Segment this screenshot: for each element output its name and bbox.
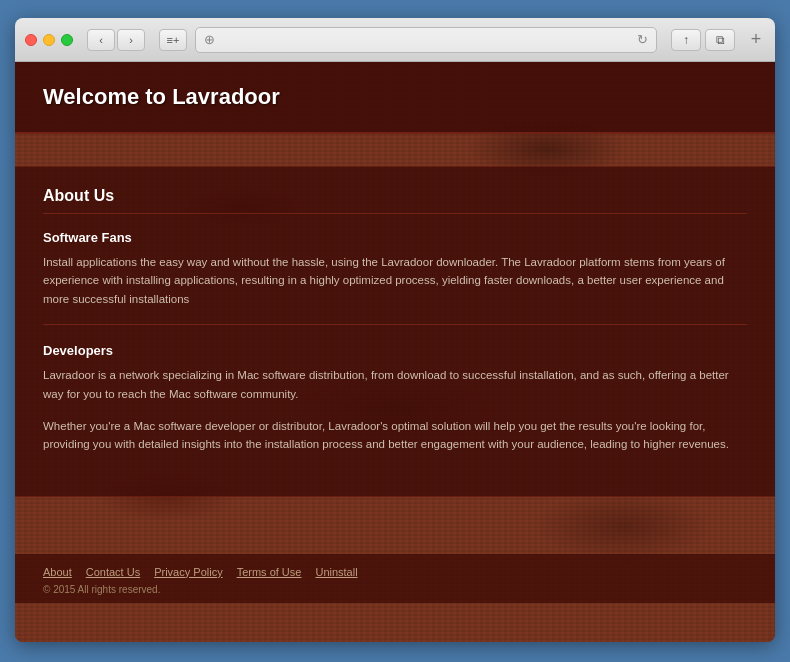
about-us-title: About Us (43, 187, 747, 214)
add-tab-button[interactable]: + (747, 31, 765, 49)
close-button[interactable] (25, 34, 37, 46)
site-footer: About Contact Us Privacy Policy Terms of… (15, 554, 775, 603)
reload-button[interactable]: ↻ (637, 32, 648, 47)
main-content: About Us Software Fans Install applicati… (15, 166, 775, 497)
forward-button[interactable]: › (117, 29, 145, 51)
footer-link-terms[interactable]: Terms of Use (237, 566, 302, 578)
traffic-lights (25, 34, 73, 46)
minimize-button[interactable] (43, 34, 55, 46)
developers-title: Developers (43, 343, 747, 358)
site-title: Welcome to Lavradoor (43, 84, 747, 110)
fabric-spacer-bottom (15, 499, 775, 554)
url-icon: ⊕ (204, 32, 215, 47)
maximize-button[interactable] (61, 34, 73, 46)
url-bar[interactable]: ⊕ ↻ (195, 27, 657, 53)
website-content: Welcome to Lavradoor About Us Software F… (15, 62, 775, 642)
software-fans-title: Software Fans (43, 230, 747, 245)
browser-window: ‹ › ≡+ ⊕ ↻ ↑ ⧉ + Welcome to Lavradoor (15, 18, 775, 642)
footer-link-uninstall[interactable]: Uninstall (315, 566, 357, 578)
developers-text2: Whether you're a Mac software developer … (43, 417, 747, 454)
back-button[interactable]: ‹ (87, 29, 115, 51)
software-fans-text: Install applications the easy way and wi… (43, 253, 747, 308)
browser-titlebar: ‹ › ≡+ ⊕ ↻ ↑ ⧉ + (15, 18, 775, 62)
footer-link-contact[interactable]: Contact Us (86, 566, 140, 578)
footer-link-about[interactable]: About (43, 566, 72, 578)
content-overlay: Welcome to Lavradoor About Us Software F… (15, 62, 775, 603)
reader-button[interactable]: ≡+ (159, 29, 187, 51)
share-button[interactable]: ↑ (671, 29, 701, 51)
toolbar-right: ↑ ⧉ (671, 29, 735, 51)
site-header: Welcome to Lavradoor (15, 62, 775, 134)
new-tab-button[interactable]: ⧉ (705, 29, 735, 51)
footer-links: About Contact Us Privacy Policy Terms of… (43, 566, 747, 578)
fabric-spacer-top (15, 134, 775, 164)
developer-section: Developers Lavradoor is a network specia… (43, 324, 747, 454)
copyright-text: © 2015 All rights reserved. (43, 584, 747, 595)
developers-text1: Lavradoor is a network specializing in M… (43, 366, 747, 403)
footer-link-privacy[interactable]: Privacy Policy (154, 566, 222, 578)
nav-buttons: ‹ › (87, 29, 145, 51)
